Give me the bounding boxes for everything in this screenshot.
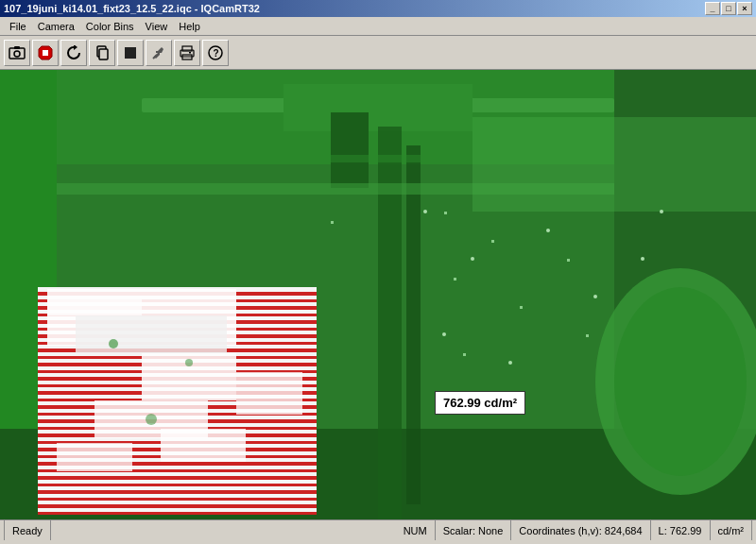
svg-point-88 (442, 332, 446, 336)
menu-file[interactable]: File (4, 19, 32, 34)
svg-rect-65 (236, 372, 302, 415)
stop-icon (38, 45, 53, 60)
copy-toolbar-button[interactable] (89, 40, 115, 66)
svg-rect-12 (189, 52, 191, 54)
help-icon: ? (208, 45, 223, 60)
svg-rect-22 (284, 84, 472, 131)
svg-point-70 (614, 287, 747, 476)
svg-point-84 (423, 210, 427, 213)
copy-icon (94, 45, 110, 60)
tooltip-value: 762.99 cd/m² (443, 396, 517, 410)
svg-rect-81 (520, 306, 523, 309)
close-button[interactable]: × (737, 2, 752, 15)
svg-rect-76 (444, 212, 447, 214)
svg-rect-77 (491, 240, 494, 243)
menu-help[interactable]: Help (173, 19, 206, 34)
svg-rect-82 (586, 334, 589, 337)
svg-point-66 (109, 339, 118, 348)
svg-text:?: ? (214, 48, 219, 59)
print-toolbar-button[interactable] (174, 40, 200, 66)
minimize-button[interactable]: _ (705, 2, 720, 15)
svg-rect-7 (125, 47, 136, 59)
tool-icon (151, 45, 166, 60)
svg-rect-64 (161, 429, 246, 462)
svg-rect-63 (57, 443, 132, 471)
camera-toolbar-button[interactable] (4, 40, 30, 66)
window-title: 107_19juni_ki14.01_fixt23_12.5_22.iqc - … (4, 3, 260, 14)
svg-rect-2 (14, 46, 20, 49)
status-bar: Ready NUM Scalar: None Coordinates (h,v)… (0, 519, 756, 540)
svg-point-89 (508, 361, 512, 365)
status-scalar: Scalar: None (436, 520, 512, 540)
svg-point-85 (471, 257, 474, 261)
svg-rect-60 (47, 297, 142, 315)
title-controls: _ □ × (705, 2, 752, 15)
svg-point-68 (146, 414, 157, 425)
svg-rect-78 (567, 259, 570, 262)
status-ready: Ready (4, 520, 51, 540)
status-num: NUM (396, 520, 436, 540)
status-luminance: L: 762.99 (651, 520, 711, 540)
svg-point-90 (641, 257, 644, 261)
svg-rect-75 (472, 117, 756, 212)
measurement-tooltip: 762.99 cd/m² (435, 391, 525, 415)
menu-view[interactable]: View (140, 19, 174, 34)
svg-rect-23 (331, 112, 350, 188)
svg-rect-72 (406, 145, 421, 504)
svg-rect-59 (76, 315, 227, 353)
svg-rect-24 (350, 112, 369, 188)
tool-toolbar-button[interactable] (146, 40, 172, 66)
status-coordinates: Coordinates (h,v): 824,684 (511, 520, 650, 540)
svg-rect-54 (38, 490, 317, 494)
record-icon (124, 46, 137, 60)
camera-view: 762.99 cd/m² (0, 70, 756, 519)
menu-camera[interactable]: Camera (32, 19, 80, 34)
svg-point-87 (593, 295, 597, 298)
svg-point-86 (546, 229, 550, 232)
maximize-button[interactable]: □ (721, 2, 736, 15)
svg-rect-6 (99, 49, 108, 60)
menu-color-bins[interactable]: Color Bins (80, 19, 140, 34)
svg-rect-83 (463, 353, 466, 356)
svg-rect-52 (38, 476, 317, 480)
svg-rect-80 (454, 278, 456, 280)
status-unit: cd/m² (711, 520, 753, 540)
svg-rect-55 (38, 498, 317, 501)
svg-rect-56 (38, 504, 317, 508)
svg-point-1 (14, 51, 20, 57)
svg-rect-4 (43, 50, 48, 56)
camera-icon (9, 45, 26, 60)
title-bar: 107_19juni_ki14.01_fixt23_12.5_22.iqc - … (0, 0, 756, 17)
svg-rect-79 (331, 221, 334, 224)
menu-bar: File Camera Color Bins View Help (0, 17, 756, 36)
refresh-toolbar-button[interactable] (60, 40, 87, 66)
svg-point-91 (660, 210, 663, 213)
svg-rect-53 (38, 484, 317, 486)
toolbar: ? (0, 36, 756, 70)
print-icon (180, 45, 195, 60)
svg-point-67 (185, 359, 193, 366)
svg-rect-57 (38, 512, 317, 515)
scene-canvas (0, 70, 756, 519)
help-toolbar-button[interactable]: ? (202, 40, 229, 66)
refresh-icon (66, 45, 81, 60)
stop-toolbar-button[interactable] (32, 40, 59, 66)
square-toolbar-button[interactable] (117, 40, 144, 66)
